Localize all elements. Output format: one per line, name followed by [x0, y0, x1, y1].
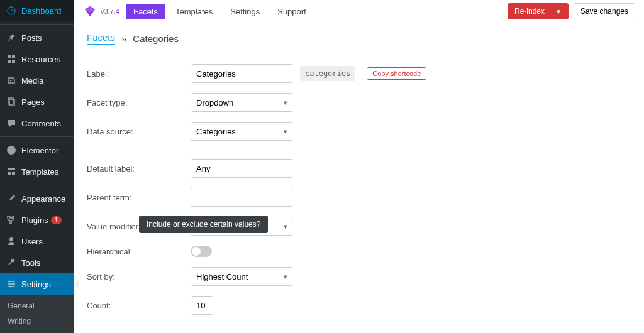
breadcrumb-current: Categories — [133, 33, 179, 44]
value-modifiers-tooltip: Include or exclude certain values? — [139, 216, 268, 233]
sidebar-item-label: Comments — [21, 119, 61, 128]
reindex-button[interactable]: Re-index ▼ — [508, 3, 569, 19]
pin-icon — [5, 31, 18, 44]
save-button[interactable]: Save changes — [574, 3, 635, 19]
label-count: Count: — [87, 301, 191, 310]
label-label: Label: — [87, 69, 191, 79]
content: Facets » Categories Label: categories Co… — [74, 23, 644, 329]
sidebar-item-tools[interactable]: Tools — [0, 252, 74, 273]
row-data-source: Data source: — [87, 117, 631, 146]
comment-icon — [5, 117, 18, 129]
svg-rect-1 — [8, 55, 11, 58]
svg-point-14 — [13, 283, 14, 285]
main-area: v3.7.4 Facets Templates Settings Support… — [74, 0, 644, 333]
row-parent-term: Parent term: — [87, 183, 631, 212]
submenu-general[interactable]: General — [0, 298, 74, 314]
svg-point-13 — [9, 281, 11, 283]
update-badge: 1 — [51, 216, 62, 224]
submenu-reading[interactable]: Reading — [0, 329, 74, 333]
label-sort-by: Sort by: — [87, 272, 191, 281]
tab-facets[interactable]: Facets — [126, 4, 165, 19]
label-default-label: Default label: — [87, 164, 191, 173]
wrench-icon — [5, 256, 18, 269]
sidebar-item-pages[interactable]: Pages — [0, 91, 74, 112]
sidebar-item-label: Users — [21, 237, 43, 246]
label-hierarchical: Hierarchical: — [87, 247, 191, 256]
sidebar-item-settings[interactable]: Settings — [0, 273, 74, 295]
media-icon — [5, 74, 18, 87]
tab-support[interactable]: Support — [270, 4, 314, 19]
sidebar-item-label: Tools — [21, 258, 40, 268]
row-hierarchical: Hierarchical: — [87, 241, 631, 262]
sidebar-item-appearance[interactable]: Appearance — [0, 188, 74, 209]
label-parent-term: Parent term: — [87, 193, 191, 202]
reindex-label: Re-index — [514, 7, 545, 16]
label-input[interactable] — [191, 64, 292, 83]
svg-point-8 — [7, 146, 16, 155]
row-default-label: Default label: — [87, 150, 631, 183]
svg-rect-11 — [12, 172, 15, 175]
version-text: v3.7.4 — [101, 8, 119, 15]
brush-icon — [5, 192, 18, 205]
sort-by-select[interactable] — [191, 267, 292, 286]
breadcrumb-link[interactable]: Facets — [87, 32, 115, 45]
admin-sidebar: Dashboard Posts Resources Media Pages Co… — [0, 0, 74, 333]
copy-shortcode-button[interactable]: Copy shortcode — [367, 67, 426, 80]
facet-form: Label: categories Copy shortcode Facet t… — [87, 59, 631, 320]
sidebar-item-posts[interactable]: Posts — [0, 27, 74, 48]
svg-rect-10 — [8, 172, 11, 175]
label-data-source: Data source: — [87, 127, 191, 136]
svg-point-12 — [9, 237, 13, 241]
sidebar-item-label: Plugins — [21, 216, 48, 225]
sidebar-item-elementor[interactable]: Elementor — [0, 139, 74, 161]
elementor-icon — [5, 144, 18, 156]
sidebar-item-resources[interactable]: Resources — [0, 48, 74, 70]
breadcrumb: Facets » Categories — [87, 32, 631, 45]
svg-rect-2 — [12, 55, 15, 58]
tab-settings[interactable]: Settings — [223, 4, 267, 19]
row-sort-by: Sort by: — [87, 262, 631, 291]
sidebar-item-dashboard[interactable]: Dashboard — [0, 0, 74, 21]
page-icon — [5, 96, 18, 108]
sidebar-item-plugins[interactable]: Plugins 1 — [0, 209, 74, 231]
sidebar-item-label: Resources — [21, 55, 60, 64]
svg-rect-9 — [8, 168, 15, 170]
row-facet-type: Facet type: — [87, 88, 631, 117]
sidebar-item-media[interactable]: Media — [0, 70, 74, 91]
users-icon — [5, 235, 18, 248]
top-actions: Re-index ▼ Save changes — [508, 3, 635, 19]
slug-chip: categories — [300, 66, 355, 81]
tab-templates[interactable]: Templates — [168, 4, 220, 19]
row-value-modifiers: Value modifiers: Include or exclude cert… — [87, 212, 631, 241]
sidebar-item-label: Templates — [21, 167, 58, 177]
parent-term-input[interactable] — [191, 188, 292, 207]
sidebar-item-label: Settings — [21, 280, 51, 289]
templates-icon — [5, 165, 18, 178]
data-source-select[interactable] — [191, 122, 292, 141]
svg-rect-4 — [12, 60, 15, 63]
settings-submenu: General Writing Reading Discussion Media… — [0, 295, 74, 333]
topbar: v3.7.4 Facets Templates Settings Support… — [74, 0, 644, 23]
hierarchical-toggle[interactable] — [191, 246, 212, 257]
svg-point-15 — [10, 286, 12, 288]
plug-icon — [5, 214, 18, 226]
sidebar-item-users[interactable]: Users — [0, 231, 74, 252]
facet-type-select[interactable] — [191, 93, 292, 112]
svg-rect-3 — [8, 60, 11, 63]
sidebar-item-label: Pages — [21, 97, 45, 107]
sidebar-item-comments[interactable]: Comments — [0, 112, 74, 134]
label-facet-type: Facet type: — [87, 98, 191, 107]
row-count: Count: — [87, 291, 631, 320]
top-nav: Facets Templates Settings Support — [126, 4, 314, 19]
count-input[interactable] — [191, 296, 213, 315]
default-label-input[interactable] — [191, 159, 292, 178]
sliders-icon — [5, 278, 18, 290]
sidebar-item-label: Posts — [21, 33, 42, 43]
row-label: Label: categories Copy shortcode — [87, 59, 631, 88]
dashboard-icon — [5, 4, 18, 17]
sidebar-item-templates[interactable]: Templates — [0, 161, 74, 182]
submenu-writing[interactable]: Writing — [0, 314, 74, 329]
breadcrumb-sep: » — [121, 33, 126, 44]
sidebar-item-label: Appearance — [21, 194, 65, 204]
sidebar-item-label: Elementor — [21, 146, 58, 155]
